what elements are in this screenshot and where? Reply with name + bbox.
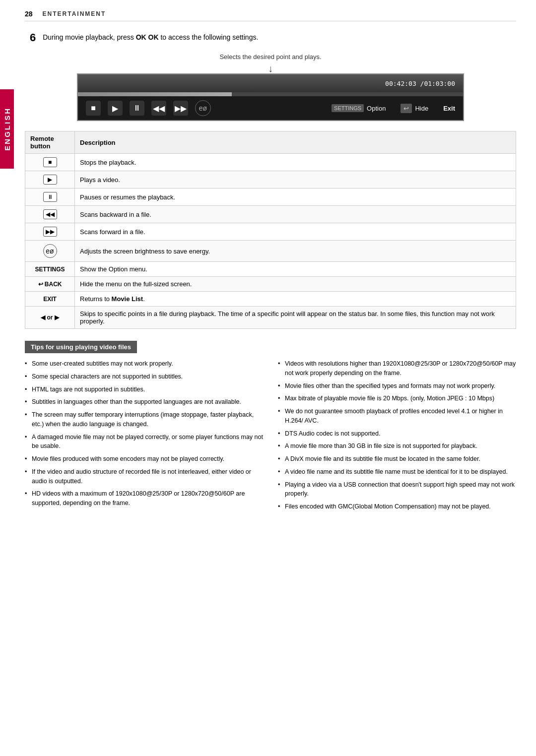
list-item: Some special characters are not supporte… (25, 372, 263, 381)
table-row: ↩ BACKHide the menu on the full-sized sc… (25, 277, 516, 292)
table-icon-cell: eø (25, 241, 75, 262)
table-icon-cell: ▶ (25, 171, 75, 189)
table-desc-cell: Plays a video. (75, 171, 516, 189)
table-icon-cell: ◀◀ (25, 206, 75, 223)
right-bullet-list: Videos with resolutions higher than 1920… (278, 359, 516, 515)
description-table: Remote button Description ■Stops the pla… (25, 131, 516, 329)
list-item: A DivX movie file and its subtitle file … (278, 454, 516, 464)
control-icon: ▶ (43, 175, 57, 185)
page-header: 28 ENTERTAINMENT (25, 10, 516, 21)
back-icon: ↩ (401, 104, 412, 113)
diagram-label: Selects the desired point and plays. (77, 53, 464, 61)
list-item: Max bitrate of playable movie file is 20… (278, 394, 516, 403)
table-desc-cell: Returns to Movie List. (75, 292, 516, 307)
table-desc-cell: Skips to specific points in a file durin… (75, 307, 516, 329)
table-row: EXITReturns to Movie List. (25, 292, 516, 307)
list-item: A movie file more than 30 GB in file siz… (278, 441, 516, 451)
list-item: Files encoded with GMC(Global Motion Com… (278, 502, 516, 511)
side-tab: ENGLISH (0, 89, 14, 169)
step-instruction: 6 During movie playback, press OK OK to … (30, 31, 516, 44)
list-item: Videos with resolutions higher than 1920… (278, 359, 516, 378)
list-item: Playing a video via a USB connection tha… (278, 480, 516, 499)
list-item: Movie files produced with some encoders … (25, 454, 263, 464)
table-icon-cell: ↩ BACK (25, 277, 75, 292)
player-ui: 00:42:03 /01:03:00 ■ ▶ ⏸ ◀◀ ▶▶ eø SETTIN… (77, 73, 464, 121)
list-item: Movie files other than the specified typ… (278, 381, 516, 391)
section-title: ENTERTAINMENT (43, 10, 106, 17)
list-item: Some user-created subtitles may not work… (25, 359, 263, 369)
table-desc-cell: Adjusts the screen brightness to save en… (75, 241, 516, 262)
play-button[interactable]: ▶ (108, 101, 123, 116)
control-icon: ⏸ (43, 192, 57, 202)
control-icon: ▶▶ (43, 227, 57, 237)
table-icon-cell: ■ (25, 154, 75, 171)
table-icon-cell: EXIT (25, 292, 75, 307)
eco-button[interactable]: eø (195, 100, 211, 116)
tips-section: Tips for using playing video files Some … (25, 341, 516, 515)
option-label: Option (367, 105, 386, 112)
exit-label: Exit (443, 105, 455, 112)
table-row: ▶Plays a video. (25, 171, 516, 189)
settings-icon: SETTINGS (332, 104, 364, 112)
table-icon-cell: ◀ or ▶ (25, 307, 75, 329)
arrow-down-icon: ↓ (77, 63, 464, 73)
table-desc-cell: Scans backward in a file. (75, 206, 516, 223)
table-row: ⏸Pauses or resumes the playback. (25, 189, 516, 206)
ok-label: OK (136, 33, 146, 41)
stop-button[interactable]: ■ (86, 101, 101, 116)
eco-icon: eø (43, 244, 57, 258)
list-item: HD videos with a maximum of 1920x1080@25… (25, 489, 263, 508)
table-row: eøAdjusts the screen brightness to save … (25, 241, 516, 262)
list-item: Subtitles in languages other than the su… (25, 397, 263, 407)
table-row: ◀ or ▶Skips to specific points in a file… (25, 307, 516, 329)
table-col2: Description (75, 131, 516, 154)
player-controls: ■ ▶ ⏸ ◀◀ ▶▶ eø SETTINGS Option ↩ Hide Ex… (78, 96, 463, 120)
list-item: A video file name and its subtitle file … (278, 467, 516, 477)
pause-button[interactable]: ⏸ (130, 101, 144, 116)
table-row: ▶▶Scans forward in a file. (25, 223, 516, 241)
tips-header: Tips for using playing video files (25, 341, 137, 353)
table-desc-cell: Pauses or resumes the playback. (75, 189, 516, 206)
list-item: We do not guarantee smooth playback of p… (278, 407, 516, 426)
list-item: If the video and audio structure of reco… (25, 467, 263, 486)
table-col1: Remote button (25, 131, 75, 154)
table-desc-cell: Scans forward in a file. (75, 223, 516, 241)
side-tab-label: ENGLISH (3, 107, 11, 151)
list-item: HTML tags are not supported in subtitles… (25, 385, 263, 394)
table-icon-cell: SETTINGS (25, 262, 75, 277)
player-progress-bar (78, 92, 463, 96)
player-top-bar: 00:42:03 /01:03:00 (78, 74, 463, 92)
rewind-button[interactable]: ◀◀ (151, 101, 166, 116)
control-icon: ■ (43, 157, 57, 167)
tips-columns: Some user-created subtitles may not work… (25, 359, 516, 515)
hide-label: Hide (415, 105, 428, 112)
step-text2: OK to access the following settings. (148, 33, 259, 41)
page-number: 28 (25, 10, 33, 18)
table-desc-cell: Show the Option menu. (75, 262, 516, 277)
left-bullet-list: Some user-created subtitles may not work… (25, 359, 263, 515)
list-item: A damaged movie file may not be played c… (25, 433, 263, 451)
table-desc-cell: Hide the menu on the full-sized screen. (75, 277, 516, 292)
control-icon: ◀◀ (43, 209, 57, 219)
option-area: SETTINGS Option (332, 104, 386, 112)
table-row: ◀◀Scans backward in a file. (25, 206, 516, 223)
list-item: The screen may suffer temporary interrup… (25, 410, 263, 429)
table-desc-cell: Stops the playback. (75, 154, 516, 171)
step-number: 6 (30, 31, 36, 44)
ffwd-button[interactable]: ▶▶ (173, 101, 188, 116)
player-progress-fill (78, 92, 232, 96)
table-icon-cell: ⏸ (25, 189, 75, 206)
player-time: 00:42:03 /01:03:00 (385, 80, 455, 87)
table-row: ■Stops the playback. (25, 154, 516, 171)
table-icon-cell: ▶▶ (25, 223, 75, 241)
step-text: During movie playback, press (43, 33, 134, 41)
table-row: SETTINGSShow the Option menu. (25, 262, 516, 277)
diagram-container: Selects the desired point and plays. ↓ 0… (77, 53, 464, 121)
list-item: DTS Audio codec is not supported. (278, 429, 516, 439)
hide-area: ↩ Hide (401, 104, 428, 113)
